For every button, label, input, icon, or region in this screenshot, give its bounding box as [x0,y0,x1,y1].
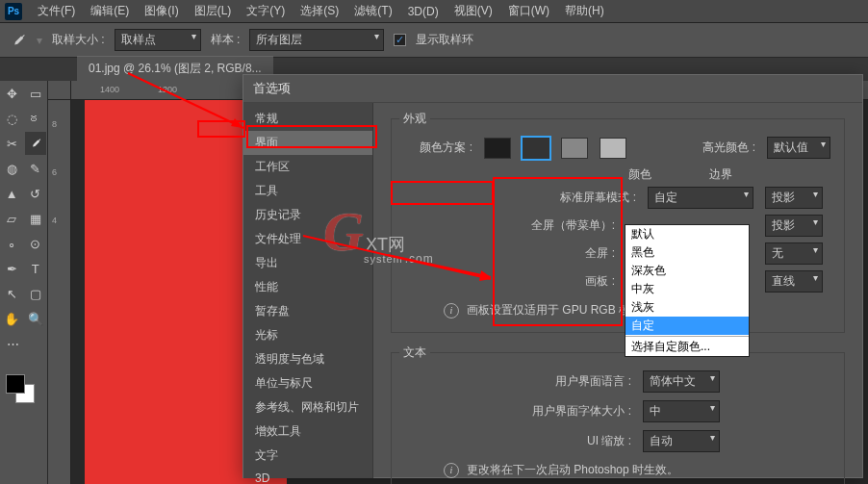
path-tool[interactable]: ↖ [1,282,23,305]
ps-logo-icon: Ps [5,3,22,20]
dropdown-opt-black[interactable]: 黑色 [625,243,749,262]
ruler-tick: 8 [52,119,57,129]
scheme-swatch-2[interactable] [523,138,549,159]
blur-tool[interactable]: ∘ [1,232,23,255]
edit-toolbar[interactable]: ⋯ [1,332,24,355]
eyedropper-tool-icon [10,32,27,49]
mode-fullmenu-border-select[interactable]: 投影 [765,215,823,237]
ui-scale-select[interactable]: 自动 [643,430,720,452]
artboard-tool[interactable]: ▭ [25,82,47,105]
shape-tool[interactable]: ▢ [25,282,47,305]
menu-select[interactable]: 选择(S) [293,0,346,22]
mode-fullmenu-label: 全屏（带菜单）: [490,217,615,234]
ui-lang-select[interactable]: 简体中文 [643,370,720,393]
mode-full-border-select[interactable]: 无 [765,242,823,265]
sample-size-select[interactable]: 取样点 [115,29,201,51]
prefs-side-plugins[interactable]: 增效工具 [243,420,372,444]
prefs-side-type[interactable]: 文字 [243,444,372,468]
preferences-content: 外观 颜色方案 : 高光颜色 : 默认值 颜色 边界 标准屏幕模式 : [373,103,862,478]
ruler-corner [48,81,71,100]
prefs-side-performance[interactable]: 性能 [243,275,372,299]
dropdown-opt-choose[interactable]: 选择自定颜色... [625,338,749,356]
dropdown-opt-darkgray[interactable]: 深灰色 [625,262,749,280]
info-icon: i [444,303,459,318]
ruler-tick: 1200 [158,85,177,94]
menu-filter[interactable]: 滤镜(T) [346,0,399,22]
prefs-side-workspace[interactable]: 工作区 [243,155,372,179]
dropdown-opt-midgray[interactable]: 中灰 [625,280,749,298]
mode-full-label: 全屏 : [490,245,615,262]
info-icon: i [444,463,459,478]
eraser-tool[interactable]: ▱ [1,207,23,230]
foreground-swatch[interactable] [6,374,25,394]
toolbox: ✥▭ ◌ఠ ✂ ◍✎ ▲↺ ▱▦ ∘⊙ ✒T ↖▢ ✋🔍 ⋯ [0,81,48,484]
menu-help[interactable]: 帮助(H) [557,0,612,22]
crop-tool[interactable]: ✂ [1,132,23,155]
dodge-tool[interactable]: ⊙ [25,232,47,255]
clone-tool[interactable]: ▲ [1,182,23,205]
dropdown-opt-lightgray[interactable]: 浅灰 [625,298,749,317]
mode-standard-label: 标准屏幕模式 : [511,190,636,206]
lasso-tool[interactable]: ఠ [25,107,47,130]
color-dropdown-popup: 默认 黑色 深灰色 中灰 浅灰 自定 选择自定颜色... [625,224,750,357]
prefs-side-history[interactable]: 历史记录 [243,203,372,227]
hand-tool[interactable]: ✋ [1,307,23,330]
show-ring-checkbox[interactable]: ✓ [394,34,406,46]
ui-font-label: 用户界面字体大小 : [516,403,631,420]
scheme-swatch-4[interactable] [600,138,626,159]
prefs-side-3d[interactable]: 3D [243,468,372,484]
highlight-color-select[interactable]: 默认值 [767,137,830,159]
preferences-sidebar: 常规 界面 工作区 工具 历史记录 文件处理 导出 性能 暂存盘 光标 透明度与… [243,103,373,478]
move-tool[interactable]: ✥ [1,82,23,105]
mode-artboard-border-select[interactable]: 直线 [765,270,823,293]
menu-view[interactable]: 视图(V) [447,0,500,22]
history-brush-tool[interactable]: ↺ [25,182,47,205]
prefs-side-guides[interactable]: 参考线、网格和切片 [243,395,372,420]
ui-font-select[interactable]: 中 [643,400,720,422]
brush-tool[interactable]: ✎ [25,157,47,180]
text-section: 文本 用户界面语言 : 简体中文 用户界面字体大小 : 中 UI 缩放 : 自动… [391,344,845,484]
menu-layer[interactable]: 图层(L) [187,0,240,22]
highlight-color-label: 高光颜色 : [702,140,755,156]
menu-window[interactable]: 窗口(W) [500,0,557,22]
zoom-tool[interactable]: 🔍 [25,307,47,330]
type-tool[interactable]: T [25,257,47,280]
prefs-side-export[interactable]: 导出 [243,251,372,275]
scheme-swatch-3[interactable] [561,138,588,159]
prefs-side-general[interactable]: 常规 [243,107,372,131]
prefs-side-tools[interactable]: 工具 [243,179,372,203]
menu-image[interactable]: 图像(I) [137,0,186,22]
menu-file[interactable]: 文件(F) [30,0,83,22]
mode-standard-color-select[interactable]: 自定 [648,187,753,209]
appearance-section: 外观 颜色方案 : 高光颜色 : 默认值 颜色 边界 标准屏幕模式 : [391,111,845,333]
marquee-tool[interactable]: ◌ [1,107,23,130]
mode-standard-border-select[interactable]: 投影 [765,187,823,209]
ruler-tick: 6 [52,167,57,177]
sample-label: 样本 : [211,32,241,48]
prefs-side-units[interactable]: 单位与标尺 [243,371,372,395]
text-legend: 文本 [399,344,430,361]
options-bar: ▾ 取样大小 : 取样点 样本 : 所有图层 ✓ 显示取样环 [0,23,868,58]
prefs-side-filehandling[interactable]: 文件处理 [243,227,372,251]
eyedropper-tool[interactable] [25,132,47,155]
menu-type[interactable]: 文字(Y) [239,0,293,22]
color-swatches[interactable] [0,370,47,405]
color-scheme-label: 颜色方案 : [405,140,472,156]
appearance-legend: 外观 [399,111,430,127]
col-header-color: 颜色 [628,166,651,183]
prefs-side-transparency[interactable]: 透明度与色域 [243,347,372,371]
dropdown-opt-default[interactable]: 默认 [625,225,749,243]
dropdown-opt-custom[interactable]: 自定 [625,317,749,335]
menu-3d[interactable]: 3D(D) [400,2,447,21]
sample-select[interactable]: 所有图层 [249,29,384,51]
gradient-tool[interactable]: ▦ [25,207,47,230]
prefs-side-scratch[interactable]: 暂存盘 [243,299,372,323]
pen-tool[interactable]: ✒ [1,257,23,280]
preferences-dialog: 首选项 常规 界面 工作区 工具 历史记录 文件处理 导出 性能 暂存盘 光标 … [243,74,863,478]
menu-edit[interactable]: 编辑(E) [83,0,137,22]
prefs-side-interface[interactable]: 界面 [243,131,372,155]
prefs-side-cursors[interactable]: 光标 [243,323,372,347]
main-menubar: Ps 文件(F) 编辑(E) 图像(I) 图层(L) 文字(Y) 选择(S) 滤… [0,0,868,23]
healing-tool[interactable]: ◍ [1,157,23,180]
scheme-swatch-1[interactable] [484,138,511,159]
